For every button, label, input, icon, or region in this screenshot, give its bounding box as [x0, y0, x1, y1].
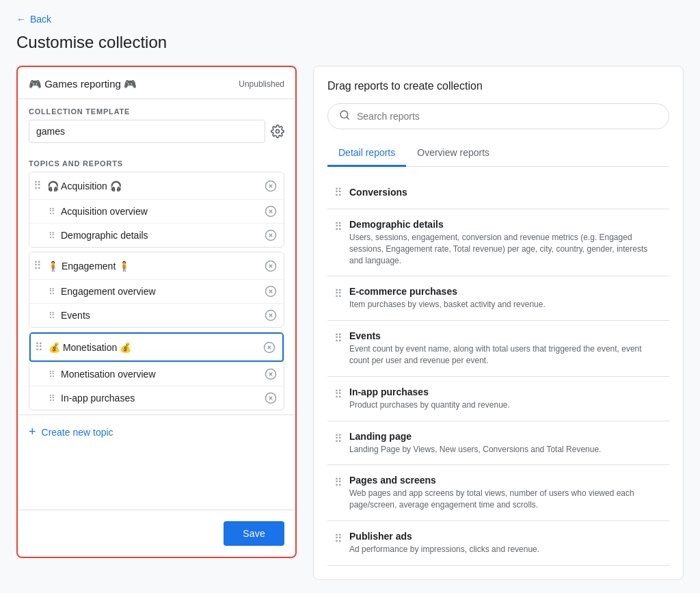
remove-engagement-btn[interactable] — [265, 260, 277, 272]
drag-handle-monetisation[interactable]: ⠿ — [35, 341, 43, 354]
report-content-publisher: Publisher ads Ad performance by impressi… — [349, 531, 662, 555]
drag-icon-publisher: ⠿ — [334, 532, 342, 545]
report-desc-demographic: Users, sessions, engagement, conversion … — [349, 232, 662, 266]
right-panel-title: Drag reports to create collection — [327, 80, 669, 92]
topic-row-engagement: ⠿ 🧍 Engagement 🧍 — [29, 252, 284, 279]
topics-section: ⠿ 🎧 Acquisition 🎧 ⠿ Acquisition overview… — [18, 172, 295, 414]
remove-eng-overview-btn[interactable] — [265, 285, 277, 298]
main-layout: 🎮 Games reporting 🎮 Unpublished COLLECTI… — [16, 66, 684, 580]
panel-footer: Save — [18, 510, 295, 557]
remove-monetisation-btn[interactable] — [263, 341, 275, 354]
report-name-acquisition-overview: Acquisition overview — [61, 206, 260, 217]
report-title-publisher: Publisher ads — [349, 531, 662, 542]
report-item-events[interactable]: ⠿ Events Event count by event name, alon… — [327, 321, 669, 377]
topic-group-engagement: ⠿ 🧍 Engagement 🧍 ⠿ Engagement overview ⠿… — [29, 252, 284, 328]
search-input[interactable] — [357, 111, 658, 122]
report-desc-pages: Web pages and app screens by total views… — [349, 488, 662, 511]
template-input-row — [18, 120, 295, 151]
report-item-pages[interactable]: ⠿ Pages and screens Web pages and app sc… — [327, 465, 669, 521]
reports-list: ⠿ Conversions ⠿ Demographic details User… — [327, 175, 669, 566]
save-button[interactable]: Save — [224, 521, 284, 546]
search-icon — [339, 109, 350, 123]
drag-handle-acquisition[interactable]: ⠿ — [33, 179, 42, 192]
report-row-monetisation-overview: ⠿ Monetisation overview — [29, 362, 284, 386]
report-content-inapp: In-app purchases Product purchases by qu… — [349, 386, 662, 411]
status-badge: Unpublished — [239, 79, 284, 89]
section-template-label: COLLECTION TEMPLATE — [18, 99, 295, 120]
report-title-ecommerce: E-commerce purchases — [349, 286, 662, 297]
report-item-ecommerce[interactable]: ⠿ E-commerce purchases Item purchases by… — [327, 276, 669, 321]
report-content-events: Events Event count by event name, along … — [349, 330, 662, 367]
report-desc-inapp: Product purchases by quantity and revenu… — [349, 399, 662, 411]
drag-icon-events: ⠿ — [334, 332, 342, 345]
drag-icon-inapp: ⠿ — [334, 388, 342, 401]
drag-handle-eng-overview[interactable]: ⠿ — [49, 287, 55, 297]
report-row-demographic-details: ⠿ Demographic details — [29, 223, 284, 247]
drag-icon-landing: ⠿ — [334, 432, 342, 445]
create-topic-label: Create new topic — [42, 427, 113, 438]
remove-acq-overview-btn[interactable] — [265, 205, 277, 218]
topic-input-monetisation[interactable] — [49, 342, 259, 353]
drag-handle-demographic[interactable]: ⠿ — [49, 230, 55, 241]
back-label: Back — [30, 14, 51, 25]
report-desc-publisher: Ad performance by impressions, clicks an… — [349, 544, 662, 555]
report-item-publisher[interactable]: ⠿ Publisher ads Ad performance by impres… — [327, 521, 669, 566]
drag-icon-pages: ⠿ — [334, 476, 342, 489]
left-panel: 🎮 Games reporting 🎮 Unpublished COLLECTI… — [16, 66, 297, 558]
topic-row-acquisition: ⠿ 🎧 Acquisition 🎧 — [29, 172, 284, 199]
topic-group-monetisation: ⠿ ⠿ Monetisation overview ⠿ In-app purch… — [29, 332, 284, 410]
back-link[interactable]: ← Back — [16, 14, 51, 25]
report-name-events: Events — [61, 310, 260, 321]
tab-detail-reports[interactable]: Detail reports — [327, 140, 406, 167]
report-name-engagement-overview: Engagement overview — [61, 286, 260, 297]
create-topic-row[interactable]: + Create new topic — [18, 414, 295, 449]
topic-name-engagement: 🧍 Engagement 🧍 — [47, 261, 260, 272]
report-title-landing: Landing page — [349, 431, 662, 442]
search-bar — [327, 103, 669, 129]
remove-inapp-btn[interactable] — [265, 392, 277, 404]
report-content-ecommerce: E-commerce purchases Item purchases by v… — [349, 286, 662, 311]
report-item-landing[interactable]: ⠿ Landing page Landing Page by Views, Ne… — [327, 421, 669, 466]
report-name-monetisation-overview: Monetisation overview — [61, 369, 260, 380]
drag-icon-ecommerce: ⠿ — [334, 287, 342, 300]
report-item-conversions[interactable]: ⠿ Conversions — [327, 175, 669, 209]
report-title-pages: Pages and screens — [349, 475, 662, 486]
template-input[interactable] — [29, 120, 265, 143]
remove-mon-overview-btn[interactable] — [265, 368, 277, 380]
right-panel: Drag reports to create collection Detail… — [313, 66, 684, 580]
section-topics-label: TOPICS AND REPORTS — [18, 151, 295, 172]
report-item-inapp[interactable]: ⠿ In-app purchases Product purchases by … — [327, 377, 669, 421]
report-desc-ecommerce: Item purchases by views, basket activity… — [349, 299, 662, 311]
drag-handle-acq-overview[interactable]: ⠿ — [49, 207, 55, 217]
report-row-events: ⠿ Events — [29, 303, 284, 327]
tabs-row: Detail reports Overview reports — [327, 140, 669, 167]
settings-icon[interactable] — [271, 124, 284, 138]
report-desc-events: Event count by event name, along with to… — [349, 343, 662, 367]
report-title-inapp: In-app purchases — [349, 386, 662, 397]
drag-icon-conversions: ⠿ — [334, 186, 342, 199]
report-item-demographic[interactable]: ⠿ Demographic details Users, sessions, e… — [327, 209, 669, 276]
drag-handle-inapp[interactable]: ⠿ — [49, 393, 55, 404]
drag-handle-mon-overview[interactable]: ⠿ — [49, 369, 55, 380]
report-desc-landing: Landing Page by Views, New users, Conver… — [349, 444, 662, 456]
topic-row-monetisation: ⠿ — [29, 332, 284, 362]
back-arrow-icon: ← — [16, 14, 26, 25]
page-title: Customise collection — [16, 33, 684, 52]
report-name-demographic-details: Demographic details — [61, 230, 260, 241]
plus-icon: + — [29, 425, 36, 439]
tab-overview-reports[interactable]: Overview reports — [406, 140, 500, 167]
report-row-acquisition-overview: ⠿ Acquisition overview — [29, 199, 284, 223]
collection-title: 🎮 Games reporting 🎮 — [29, 78, 137, 90]
report-content-pages: Pages and screens Web pages and app scre… — [349, 475, 662, 511]
report-title-conversions: Conversions — [349, 187, 407, 198]
remove-demographic-btn[interactable] — [265, 229, 277, 241]
drag-handle-events[interactable]: ⠿ — [49, 311, 55, 321]
drag-handle-engagement[interactable]: ⠿ — [33, 259, 42, 272]
svg-line-29 — [347, 117, 349, 119]
remove-events-btn[interactable] — [265, 309, 277, 321]
topic-group-acquisition: ⠿ 🎧 Acquisition 🎧 ⠿ Acquisition overview… — [29, 172, 284, 248]
topic-name-acquisition: 🎧 Acquisition 🎧 — [47, 181, 260, 192]
report-title-events: Events — [349, 330, 662, 341]
remove-acquisition-btn[interactable] — [265, 180, 277, 192]
drag-icon-demographic: ⠿ — [334, 220, 342, 233]
